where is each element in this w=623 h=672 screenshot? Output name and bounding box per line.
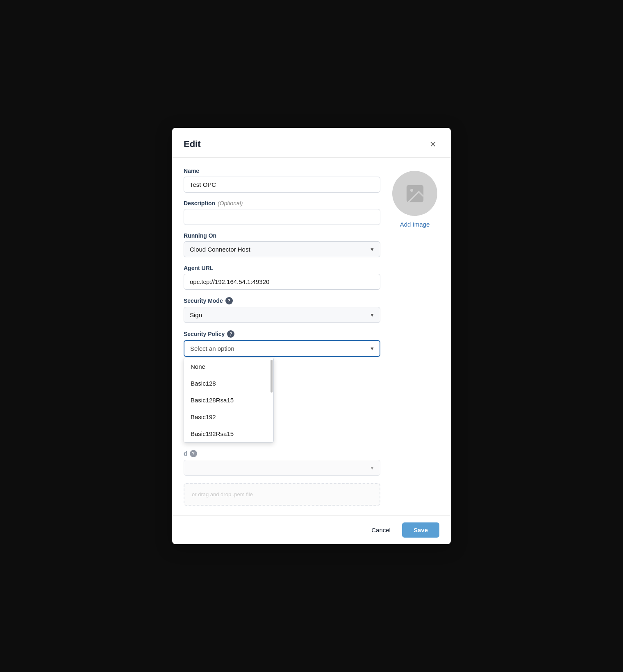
description-label: Description (Optional) bbox=[184, 200, 380, 207]
security-policy-group: Security Policy ? Select an option ▼ bbox=[184, 330, 380, 443]
agent-url-group: Agent URL bbox=[184, 265, 380, 290]
security-mode-label: Security Mode ? bbox=[184, 297, 380, 304]
dropdown-item-basic128rsa15[interactable]: Basic128Rsa15 bbox=[184, 392, 273, 409]
description-group: Description (Optional) bbox=[184, 200, 380, 225]
description-input[interactable] bbox=[184, 209, 380, 225]
name-group: Name bbox=[184, 168, 380, 193]
file-drop-text: or drag and drop .pem file bbox=[192, 491, 253, 497]
security-policy-help-icon[interactable]: ? bbox=[227, 330, 234, 338]
partial-field-select[interactable] bbox=[184, 460, 380, 476]
security-policy-placeholder: Select an option bbox=[190, 345, 234, 352]
security-policy-dropdown-menu: None Basic128 Basic128Rsa15 Basic192 Bas… bbox=[184, 358, 274, 443]
security-mode-group: Security Mode ? Sign ▼ bbox=[184, 297, 380, 323]
dialog-title: Edit bbox=[184, 139, 201, 150]
svg-point-1 bbox=[410, 189, 413, 192]
file-drop-area[interactable]: or drag and drop .pem file bbox=[184, 483, 380, 506]
modal-overlay: Edit ✕ Name Description bbox=[0, 0, 623, 672]
close-button[interactable]: ✕ bbox=[426, 138, 439, 151]
running-on-select[interactable]: Cloud Connector Host bbox=[184, 241, 380, 257]
security-mode-help-icon[interactable]: ? bbox=[225, 297, 233, 304]
edit-dialog: Edit ✕ Name Description bbox=[172, 128, 451, 544]
security-mode-select[interactable]: Sign bbox=[184, 307, 380, 323]
close-icon: ✕ bbox=[430, 139, 437, 149]
image-icon bbox=[404, 182, 426, 205]
security-policy-label: Security Policy ? bbox=[184, 330, 380, 338]
form-main: Name Description (Optional) Running On bbox=[184, 168, 380, 506]
name-label: Name bbox=[184, 168, 380, 174]
image-placeholder bbox=[392, 171, 437, 216]
dialog-footer: Cancel Save bbox=[172, 515, 451, 544]
dropdown-item-basic128[interactable]: Basic128 bbox=[184, 375, 273, 392]
add-image-button[interactable]: Add Image bbox=[400, 221, 430, 228]
form-side: Add Image bbox=[390, 168, 439, 506]
form-layout: Name Description (Optional) Running On bbox=[184, 168, 439, 506]
dropdown-item-basic192[interactable]: Basic192 bbox=[184, 409, 273, 425]
partial-field-label: d ? bbox=[184, 450, 380, 457]
dialog-body: Name Description (Optional) Running On bbox=[172, 158, 451, 515]
running-on-label: Running On bbox=[184, 232, 380, 239]
dialog-header: Edit ✕ bbox=[172, 128, 451, 158]
agent-url-label: Agent URL bbox=[184, 265, 380, 271]
security-policy-select[interactable]: Select an option bbox=[184, 340, 380, 357]
running-on-group: Running On Cloud Connector Host ▼ bbox=[184, 232, 380, 257]
save-button[interactable]: Save bbox=[402, 522, 439, 538]
dropdown-item-basic192rsa15[interactable]: Basic192Rsa15 bbox=[184, 425, 273, 442]
running-on-select-wrapper: Cloud Connector Host ▼ bbox=[184, 241, 380, 257]
security-policy-dropdown-container: Select an option ▼ None Basic128 Basic12… bbox=[184, 340, 380, 443]
partial-field-select-wrapper: ▼ bbox=[184, 460, 380, 476]
security-policy-select-wrapper: Select an option ▼ bbox=[184, 340, 380, 357]
partial-field-group: d ? ▼ bbox=[184, 450, 380, 476]
security-mode-select-wrapper: Sign ▼ bbox=[184, 307, 380, 323]
partial-field-help-icon[interactable]: ? bbox=[190, 450, 197, 457]
name-input[interactable] bbox=[184, 177, 380, 193]
agent-url-input[interactable] bbox=[184, 274, 380, 290]
cancel-button[interactable]: Cancel bbox=[365, 523, 397, 537]
dropdown-item-none[interactable]: None bbox=[184, 358, 273, 375]
dropdown-scrollbar bbox=[271, 360, 273, 393]
description-optional: (Optional) bbox=[218, 200, 243, 207]
